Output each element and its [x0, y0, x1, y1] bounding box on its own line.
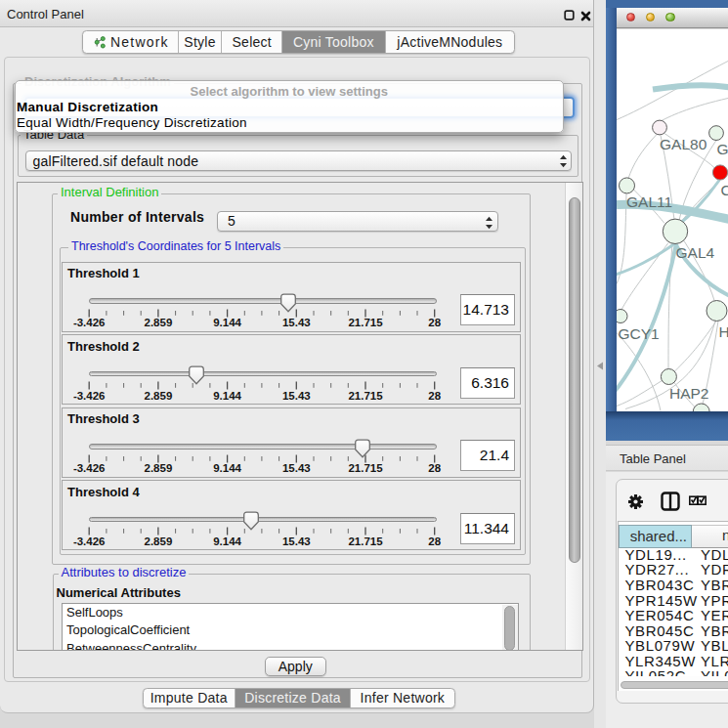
- svg-text:GAL80: GAL80: [660, 135, 707, 151]
- svg-text:GCY1: GCY1: [619, 324, 660, 341]
- svg-text:HAP2: HAP2: [669, 384, 709, 401]
- svg-text:GAL11: GAL11: [626, 193, 672, 209]
- svg-text:GAL4: GAL4: [676, 243, 715, 260]
- svg-text:GA: GA: [717, 141, 728, 157]
- svg-text:CY: CY: [721, 181, 728, 197]
- svg-text:H: H: [719, 322, 728, 339]
